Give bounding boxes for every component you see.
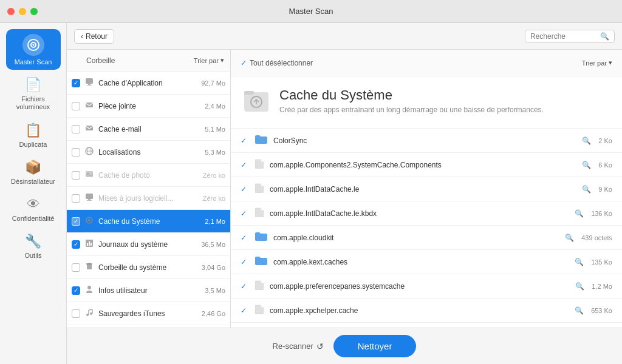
- file-list-item[interactable]: Cache e-mail 5,1 Mo: [67, 118, 230, 141]
- detail-item-size: 9 Ko: [598, 186, 612, 193]
- file-item-name: Cache e-mail: [98, 125, 201, 133]
- file-list-item[interactable]: ✓ Cache d'Application 92,7 Mo: [67, 72, 230, 95]
- detail-item-search-icon: 🔍: [582, 185, 591, 194]
- detail-item-icon: [255, 207, 264, 220]
- file-item-checkbox[interactable]: ✓: [72, 79, 80, 87]
- file-list-item[interactable]: Sauvegardes iTunes 2,46 Go: [67, 302, 230, 325]
- file-item-size: 5,1 Mo: [205, 126, 225, 133]
- file-list-item[interactable]: ✓ Infos utilisateur 3,5 Mo: [67, 279, 230, 302]
- sidebar-item-master-scan[interactable]: Master Scan: [6, 29, 61, 70]
- sidebar-item-duplicata[interactable]: 📋 Duplicata: [6, 118, 61, 152]
- detail-item-checkbox[interactable]: ✓: [241, 209, 249, 218]
- detail-list-item[interactable]: ✓ com.apple.kext.caches 🔍 135 Ko: [231, 250, 622, 274]
- svg-point-17: [88, 219, 91, 221]
- sort-by-label: Trier par: [194, 57, 219, 64]
- file-item-size: 3,5 Mo: [205, 287, 225, 294]
- detail-item-checkbox[interactable]: ✓: [241, 185, 249, 194]
- svg-rect-19: [87, 243, 88, 246]
- file-item-checkbox[interactable]: [72, 171, 80, 180]
- file-list-item[interactable]: Pièce jointe 2,4 Mo: [67, 95, 230, 118]
- file-item-checkbox[interactable]: [72, 194, 80, 203]
- file-item-name: Sauvegardes iTunes: [98, 309, 198, 318]
- search-input[interactable]: [530, 32, 597, 41]
- file-item-checkbox[interactable]: ✓: [72, 240, 80, 249]
- detail-list-item[interactable]: ✓ ColorSync 🔍 2 Ko: [231, 129, 622, 153]
- file-item-name: Corbeille du système: [98, 263, 198, 272]
- file-item-checkbox[interactable]: [72, 148, 80, 157]
- back-button[interactable]: ‹ Retour: [74, 29, 114, 44]
- svg-rect-3: [86, 78, 93, 84]
- detail-item-checkbox[interactable]: ✓: [241, 136, 249, 145]
- file-item-icon: [84, 215, 95, 228]
- sidebar-item-desinstallateur[interactable]: 📦 Désinstallateur: [6, 155, 61, 189]
- detail-sort-chevron-icon: ▾: [609, 59, 612, 67]
- rescan-icon: ↺: [316, 342, 324, 351]
- file-item-name: Infos utilisateur: [98, 286, 201, 295]
- sort-chevron-icon: ▾: [220, 56, 224, 64]
- checkmark-icon: ✓: [241, 59, 247, 67]
- file-item-checkbox[interactable]: [72, 263, 80, 272]
- file-item-checkbox[interactable]: [72, 309, 80, 318]
- detail-item-search-icon: 🔍: [582, 136, 591, 145]
- clean-button[interactable]: Nettoyer: [333, 335, 417, 357]
- maximize-button[interactable]: [30, 8, 38, 15]
- detail-item-checkbox[interactable]: ✓: [241, 234, 249, 242]
- file-item-checkbox[interactable]: ✓: [72, 217, 80, 226]
- detail-list-item[interactable]: ✓ com.apple.cloudkit 🔍 439 octets: [231, 226, 622, 250]
- minimize-button[interactable]: [19, 8, 26, 15]
- select-all-button[interactable]: ✓ Tout désélectionner: [241, 59, 313, 67]
- file-item-checkbox[interactable]: [72, 125, 80, 133]
- svg-rect-44: [244, 91, 254, 95]
- sidebar: Master Scan 📄 Fichiers volumineux 📋 Dupl…: [0, 23, 67, 364]
- detail-list-item[interactable]: ✓ com.apple.xpchelper.cache 🔍 653 Ko: [231, 298, 622, 323]
- detail-panel: ✓ Tout désélectionner Trier par ▾: [231, 50, 622, 328]
- sidebar-item-outils[interactable]: 🔧 Outils: [6, 229, 61, 263]
- detail-list-item[interactable]: ✓ com.apple.IntlDataCache.le 🔍 9 Ko: [231, 177, 622, 201]
- detail-item-checkbox[interactable]: ✓: [241, 161, 249, 169]
- file-item-name: Cache d'Application: [98, 79, 197, 87]
- detail-list-item[interactable]: ✓ com.apple.IntlDataCache.le.kbdx 🔍 136 …: [231, 201, 622, 226]
- detail-item-icon: [255, 232, 267, 244]
- sidebar-item-large-files-label: Fichiers volumineux: [9, 95, 58, 111]
- sidebar-item-duplicata-label: Duplicata: [19, 141, 47, 149]
- file-list-item[interactable]: ✓ Journaux du système 36,5 Mo: [67, 233, 230, 256]
- sidebar-item-confidentialite[interactable]: 👁 Confidentialité: [6, 192, 61, 226]
- detail-item-checkbox[interactable]: ✓: [241, 258, 249, 266]
- sidebar-item-desinstallateur-label: Désinstallateur: [11, 178, 55, 186]
- col-name-header: Corbeille: [86, 56, 189, 65]
- file-list-item[interactable]: Corbeille du système 3,04 Go: [67, 256, 230, 279]
- detail-item-icon: [255, 305, 264, 317]
- detail-item-name: com.apple.preferencepanes.systemcache: [270, 282, 569, 291]
- svg-rect-14: [88, 199, 91, 200]
- detail-header-icon: [243, 87, 270, 120]
- detail-list-item[interactable]: ✓ com.apple.preferencepanes.systemcache …: [231, 274, 622, 298]
- topbar: ‹ Retour 🔍: [67, 23, 622, 50]
- detail-list-item[interactable]: ✓ com.apple.Components2.SystemCache.Comp…: [231, 153, 622, 177]
- detail-header: Cache du Système Créé par des apps entra…: [231, 76, 622, 129]
- titlebar: Master Scan: [0, 0, 622, 23]
- file-item-size: 2,1 Mo: [205, 218, 225, 225]
- svg-rect-21: [91, 243, 92, 246]
- detail-sort-by[interactable]: Trier par ▾: [582, 59, 612, 67]
- file-list-item[interactable]: Mises à jours logiciell... Zéro ko: [67, 187, 230, 210]
- sidebar-item-large-files[interactable]: 📄 Fichiers volumineux: [6, 72, 61, 115]
- detail-item-name: com.apple.Components2.SystemCache.Compon…: [270, 161, 576, 169]
- file-item-icon: [84, 192, 95, 204]
- close-button[interactable]: [7, 8, 15, 15]
- file-list-item[interactable]: ✓ Cache du Système 2,1 Mo: [67, 210, 230, 233]
- file-item-checkbox[interactable]: [72, 102, 80, 110]
- file-list-item[interactable]: Localisations 5,3 Mo: [67, 141, 230, 164]
- svg-line-32: [89, 309, 92, 310]
- svg-rect-5: [87, 85, 92, 86]
- detail-item-icon: [255, 159, 264, 171]
- detail-item-icon: [255, 256, 267, 268]
- file-item-size: Zéro ko: [203, 195, 225, 202]
- detail-item-checkbox[interactable]: ✓: [241, 282, 249, 291]
- file-item-icon: [84, 146, 95, 158]
- file-item-checkbox[interactable]: ✓: [72, 286, 80, 295]
- file-list-item[interactable]: Cache de photo Zéro ko: [67, 164, 230, 187]
- detail-topbar: ✓ Tout désélectionner Trier par ▾: [231, 50, 622, 76]
- rescan-button[interactable]: Re-scanner ↺: [273, 342, 324, 351]
- detail-item-checkbox[interactable]: ✓: [241, 306, 249, 315]
- sort-by-header[interactable]: Trier par ▾: [194, 56, 224, 64]
